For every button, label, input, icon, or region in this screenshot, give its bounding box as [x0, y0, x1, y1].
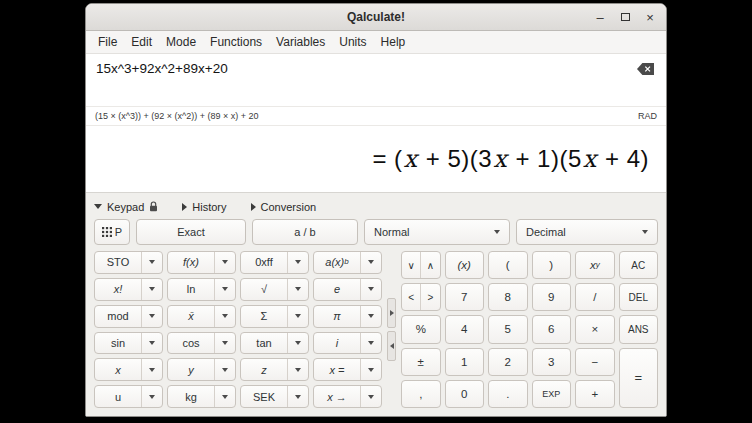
- key-ac[interactable]: AC: [619, 251, 659, 279]
- chevron-down-icon[interactable]: [287, 359, 308, 380]
- unit-kg-label[interactable]: kg: [168, 386, 214, 407]
- chevron-down-icon[interactable]: [287, 306, 308, 327]
- chevron-down-icon[interactable]: [214, 386, 235, 407]
- keypad-button-var-x[interactable]: x: [94, 358, 163, 381]
- keypad-button-var-z[interactable]: z: [240, 358, 309, 381]
- minimize-button[interactable]: –: [591, 7, 609, 27]
- key-exp[interactable]: EXP: [532, 380, 572, 408]
- conversion-expander[interactable]: Conversion: [251, 201, 317, 213]
- keypad-button-unit-kg[interactable]: kg: [167, 385, 236, 408]
- cursor-left-button[interactable]: <: [402, 284, 420, 310]
- maximize-button[interactable]: [616, 7, 634, 27]
- chevron-down-icon[interactable]: [141, 252, 162, 273]
- backspace-icon[interactable]: [637, 63, 654, 75]
- history-expander[interactable]: History: [182, 201, 226, 213]
- key-dot[interactable]: .: [488, 380, 528, 408]
- chevron-down-icon[interactable]: [360, 279, 381, 300]
- keypad-button-cos[interactable]: cos: [167, 332, 236, 355]
- exact-toggle-button[interactable]: Exact: [136, 219, 246, 245]
- keypad-button-sto[interactable]: STO: [94, 251, 163, 274]
- keypad-button-fx[interactable]: f(x): [167, 251, 236, 274]
- key-paren-x[interactable]: (x): [445, 251, 485, 279]
- key-divide[interactable]: /: [575, 283, 615, 311]
- chevron-down-icon[interactable]: [360, 333, 381, 354]
- key-close-paren[interactable]: ): [532, 251, 572, 279]
- chevron-down-icon[interactable]: [287, 252, 308, 273]
- cursor-up-button[interactable]: ∧: [420, 252, 439, 278]
- chevron-down-icon[interactable]: [141, 386, 162, 407]
- collapse-right-handle[interactable]: [387, 331, 396, 361]
- var-z-label[interactable]: z: [241, 359, 287, 380]
- keypad-button-0xff[interactable]: 0xff: [240, 251, 309, 274]
- key-4[interactable]: 4: [445, 315, 485, 343]
- key-6[interactable]: 6: [532, 315, 572, 343]
- keypad-button-currency-sek[interactable]: SEK: [240, 385, 309, 408]
- factorial-label[interactable]: x!: [95, 279, 141, 300]
- menu-file[interactable]: File: [91, 35, 124, 49]
- menu-mode[interactable]: Mode: [159, 35, 203, 49]
- chevron-down-icon[interactable]: [141, 306, 162, 327]
- key-9[interactable]: 9: [532, 283, 572, 311]
- display-mode-select[interactable]: Normal: [364, 219, 510, 245]
- key-1[interactable]: 1: [445, 348, 485, 376]
- keypad-button-sqrt[interactable]: √: [240, 278, 309, 301]
- keypad-expander[interactable]: Keypad: [94, 201, 158, 213]
- expression-input[interactable]: 15x^3+92x^2+89x+20: [86, 54, 666, 83]
- key-multiply[interactable]: ×: [575, 315, 615, 343]
- chevron-down-icon[interactable]: [141, 333, 162, 354]
- sqrt-label[interactable]: √: [241, 279, 287, 300]
- cursor-down-button[interactable]: ∨: [402, 252, 420, 278]
- menu-variables[interactable]: Variables: [269, 35, 332, 49]
- key-8[interactable]: 8: [488, 283, 528, 311]
- chevron-down-icon[interactable]: [360, 359, 381, 380]
- assign-label[interactable]: x =: [314, 359, 360, 380]
- keypad-button-factorial[interactable]: x!: [94, 278, 163, 301]
- fraction-toggle-button[interactable]: a / b: [252, 219, 358, 245]
- number-base-select[interactable]: Decimal: [516, 219, 658, 245]
- sin-label[interactable]: sin: [95, 333, 141, 354]
- chevron-down-icon[interactable]: [214, 252, 235, 273]
- keypad-button-a-x-power-b[interactable]: a(x)b: [313, 251, 382, 274]
- key-percent[interactable]: %: [401, 315, 441, 343]
- key-plus-minus[interactable]: ±: [401, 348, 441, 376]
- var-x-label[interactable]: x: [95, 359, 141, 380]
- keypad-button-mean[interactable]: x̄: [167, 305, 236, 328]
- mod-label[interactable]: mod: [95, 306, 141, 327]
- keypad-button-ln[interactable]: ln: [167, 278, 236, 301]
- chevron-down-icon[interactable]: [141, 279, 162, 300]
- keypad-button-pi[interactable]: π: [313, 305, 382, 328]
- i-label[interactable]: i: [314, 333, 360, 354]
- cos-label[interactable]: cos: [168, 333, 214, 354]
- lock-icon[interactable]: [149, 201, 158, 212]
- fx-label[interactable]: f(x): [168, 252, 214, 273]
- expression-area[interactable]: 15x^3+92x^2+89x+20: [86, 54, 666, 106]
- menu-edit[interactable]: Edit: [124, 35, 159, 49]
- menu-units[interactable]: Units: [332, 35, 373, 49]
- key-del[interactable]: DEL: [619, 283, 659, 311]
- key-2[interactable]: 2: [488, 348, 528, 376]
- titlebar[interactable]: Qalculate! – ×: [86, 4, 666, 31]
- chevron-down-icon[interactable]: [141, 359, 162, 380]
- a-x-power-b-label[interactable]: a(x)b: [314, 252, 360, 273]
- key-7[interactable]: 7: [445, 283, 485, 311]
- key-0[interactable]: 0: [445, 380, 485, 408]
- key-open-paren[interactable]: (: [488, 251, 528, 279]
- unit-u-label[interactable]: u: [95, 386, 141, 407]
- angle-mode-indicator[interactable]: RAD: [638, 111, 657, 121]
- tan-label[interactable]: tan: [241, 333, 287, 354]
- var-y-label[interactable]: y: [168, 359, 214, 380]
- key-x-power-y[interactable]: xy: [575, 251, 615, 279]
- keypad-button-convert[interactable]: x →: [313, 385, 382, 408]
- programming-keypad-button[interactable]: P: [94, 219, 130, 245]
- keypad-button-sum[interactable]: Σ: [240, 305, 309, 328]
- key-5[interactable]: 5: [488, 315, 528, 343]
- chevron-down-icon[interactable]: [214, 306, 235, 327]
- menu-functions[interactable]: Functions: [203, 35, 269, 49]
- chevron-down-icon[interactable]: [360, 386, 381, 407]
- keypad-button-var-y[interactable]: y: [167, 358, 236, 381]
- key-comma[interactable]: ,: [401, 380, 441, 408]
- key-equals[interactable]: =: [619, 348, 659, 408]
- keypad-button-unit-u[interactable]: u: [94, 385, 163, 408]
- chevron-down-icon[interactable]: [214, 333, 235, 354]
- menu-help[interactable]: Help: [374, 35, 413, 49]
